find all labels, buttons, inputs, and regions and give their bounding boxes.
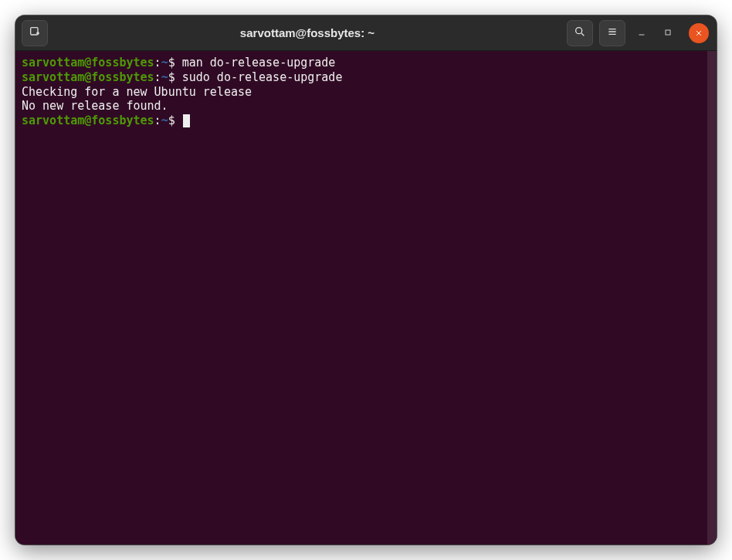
prompt-dollar: $ bbox=[168, 56, 175, 70]
minimize-icon bbox=[637, 25, 646, 40]
command-text bbox=[175, 114, 182, 127]
prompt-host: fossbytes bbox=[91, 56, 154, 70]
output-text: Checking for a new Ubuntu release bbox=[22, 85, 252, 99]
terminal-line: sarvottam@fossbytes:~$ bbox=[22, 114, 710, 128]
prompt-path: ~ bbox=[161, 70, 168, 84]
scrollbar-thumb[interactable] bbox=[707, 51, 717, 545]
terminal-line: sarvottam@fossbytes:~$ man do-release-up… bbox=[22, 56, 710, 70]
prompt-path: ~ bbox=[161, 56, 168, 70]
menu-button[interactable] bbox=[599, 20, 625, 46]
close-button[interactable] bbox=[689, 23, 709, 43]
maximize-icon bbox=[663, 25, 673, 40]
prompt-user: sarvottam bbox=[22, 70, 84, 84]
svg-point-3 bbox=[576, 27, 582, 33]
prompt-at: @ bbox=[84, 114, 91, 127]
terminal-window: sarvottam@fossbytes: ~ bbox=[15, 15, 717, 545]
new-tab-icon bbox=[29, 25, 41, 41]
prompt-host: fossbytes bbox=[91, 114, 154, 127]
titlebar: sarvottam@fossbytes: ~ bbox=[15, 15, 717, 51]
menu-icon bbox=[606, 25, 618, 41]
scrollbar[interactable] bbox=[707, 51, 717, 545]
minimize-button[interactable] bbox=[632, 23, 652, 43]
command-text: sudo do-release-upgrade bbox=[175, 70, 343, 84]
prompt-colon: : bbox=[154, 114, 161, 127]
terminal-line: No new release found. bbox=[22, 99, 710, 114]
terminal-line: sarvottam@fossbytes:~$ sudo do-release-u… bbox=[22, 70, 710, 85]
new-tab-button[interactable] bbox=[22, 20, 48, 46]
terminal-line: Checking for a new Ubuntu release bbox=[22, 85, 710, 100]
svg-line-4 bbox=[581, 33, 584, 36]
prompt-path: ~ bbox=[161, 114, 168, 127]
prompt-colon: : bbox=[154, 70, 161, 84]
prompt-user: sarvottam bbox=[22, 56, 84, 70]
prompt-dollar: $ bbox=[168, 114, 175, 127]
terminal-body[interactable]: sarvottam@fossbytes:~$ man do-release-up… bbox=[15, 51, 717, 545]
prompt-colon: : bbox=[154, 56, 161, 70]
prompt-dollar: $ bbox=[168, 70, 175, 84]
close-icon bbox=[695, 25, 703, 40]
prompt-at: @ bbox=[84, 70, 91, 84]
prompt-user: sarvottam bbox=[22, 114, 84, 127]
window-title: sarvottam@fossbytes: ~ bbox=[54, 26, 561, 39]
search-button[interactable] bbox=[567, 20, 593, 46]
prompt-host: fossbytes bbox=[91, 70, 154, 84]
maximize-button[interactable] bbox=[658, 23, 678, 43]
cursor bbox=[183, 114, 190, 127]
command-text: man do-release-upgrade bbox=[175, 56, 336, 70]
titlebar-left bbox=[22, 20, 48, 46]
titlebar-right bbox=[567, 20, 710, 46]
prompt-at: @ bbox=[84, 56, 91, 70]
search-icon bbox=[574, 25, 586, 41]
output-text: No new release found. bbox=[22, 99, 168, 113]
svg-rect-9 bbox=[666, 30, 670, 35]
